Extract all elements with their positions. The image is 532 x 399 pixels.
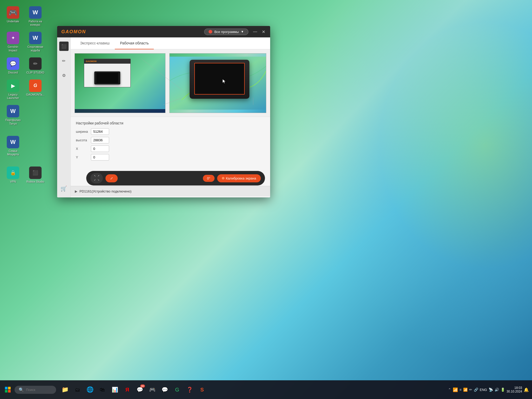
edge-icon: 🌐 — [87, 386, 94, 393]
gaomon-label: GAOMONTa... — [26, 93, 45, 96]
tablet-visualization — [190, 60, 249, 99]
app8-icon: 💬 — [162, 387, 168, 393]
calibrate-button[interactable]: Калибровка экрана — [217, 174, 261, 182]
width-row: ширина — [76, 128, 123, 135]
bottom-toolbar: ↖ ↗ ↙ ↘ ⤢ 0° К — [86, 171, 265, 185]
width-label: ширина — [76, 130, 89, 134]
app9-icon: G — [175, 387, 179, 393]
word2-label: Спортивная ходьба — [26, 45, 45, 52]
center-reset-button[interactable]: ⤢ — [105, 174, 118, 182]
pen-tablet-icon[interactable]: ✏ — [469, 388, 472, 392]
word2-icon: W — [29, 32, 42, 44]
arrow-up-right-icon[interactable]: ↗ — [97, 175, 100, 178]
arrow-down-right-icon[interactable]: ↘ — [97, 178, 100, 182]
sidebar-item-cart[interactable]: 🛒 — [59, 184, 69, 193]
files-icon: 🗂 — [75, 387, 80, 393]
height-input[interactable] — [91, 137, 109, 143]
word1-label: Работа на конкурс — [26, 20, 45, 26]
speaker-icon: 🔊 — [495, 388, 499, 392]
desktop-icon-gaomon[interactable]: G GAOMONTa... — [25, 78, 46, 101]
y-input[interactable] — [91, 154, 109, 161]
program-selector[interactable]: Все программы ▼ — [204, 29, 248, 35]
search-input[interactable] — [26, 388, 52, 392]
taskbar: 🔍 📁 🗂 🌐 🛍 📊 Я 💬 — [0, 380, 532, 399]
height-label: высота — [76, 138, 89, 142]
rotate-button[interactable]: 0° — [203, 175, 214, 182]
portfolio-icon: W — [7, 105, 19, 117]
content-area: GAOMON — [71, 49, 270, 196]
minimize-button[interactable]: — — [252, 29, 258, 34]
notification-bell-icon[interactable]: 🔔 — [524, 387, 529, 392]
gear-icon: ⚙ — [62, 73, 66, 78]
y-label: Y — [76, 155, 89, 159]
word1-icon: W — [29, 6, 42, 19]
chevron-up-icon[interactable]: ⌃ — [448, 388, 451, 392]
window-body: ⬛ ✏ ⚙ 🛒 Экспресс-кл — [57, 37, 270, 197]
chevron-down-icon: ▼ — [241, 30, 244, 34]
calibrate-label: Калибровка экрана — [226, 176, 256, 180]
app7-icon: 🎮 — [149, 387, 156, 393]
window-titlebar: GAOMON Все программы ▼ — ✕ — [57, 26, 270, 37]
windows-logo-icon — [5, 387, 11, 393]
close-button[interactable]: ✕ — [261, 29, 266, 34]
desktop-icon-clipstudio[interactable]: ✏ CLIP STUDIO — [25, 56, 46, 75]
calibrate-dot — [222, 177, 224, 179]
roblox-label: Roblox Studio — [26, 180, 44, 183]
start-button[interactable] — [3, 385, 12, 394]
legacy-label: Legacy Launcher — [4, 93, 22, 100]
taskbar-app9[interactable]: G — [171, 384, 183, 395]
taskbar-explorer[interactable]: 📁 — [59, 384, 71, 395]
family-icon: W — [7, 136, 19, 148]
language-label: ENG — [480, 388, 487, 392]
taskbar-files[interactable]: 🗂 — [72, 384, 83, 395]
desktop-icon-discord[interactable]: 💬 Discord — [3, 56, 23, 75]
desktop-icon-word1[interactable]: W Работа на конкурс — [25, 5, 46, 28]
search-icon: 🔍 — [19, 387, 24, 392]
taskbar-app8[interactable]: 💬 — [159, 384, 170, 395]
genshin-label: Genshin Impact — [4, 45, 22, 52]
desktop-icon-roblox[interactable]: ⬛ Roblox Studio — [25, 165, 46, 184]
desktop-icon-word2[interactable]: W Спортивная ходьба — [25, 31, 46, 53]
undertale-icon: 🎮 — [7, 6, 19, 19]
roblox-icon: ⬛ — [29, 167, 42, 179]
desktop-icon-undertale[interactable]: 🎮 Undertale — [3, 5, 23, 28]
notification-badge: 90 — [140, 384, 145, 388]
monitor-preview-left: GAOMON — [75, 53, 165, 113]
desktop-icon-legacy[interactable]: ▶ Legacy Launcher — [3, 78, 23, 101]
arrow-up-left-icon[interactable]: ↖ — [94, 175, 96, 178]
yandex-icon: Я — [125, 387, 129, 393]
taskbar-search[interactable]: 🔍 — [15, 386, 56, 394]
window-title: GAOMON — [61, 29, 204, 35]
tab-hotkeys[interactable]: Экспресс-клавиш — [75, 37, 115, 49]
taskbar-mail[interactable]: 📊 — [109, 384, 121, 395]
taskbar-app7[interactable]: 🎮 — [147, 384, 158, 395]
sidebar-item-tablet[interactable]: ⬛ — [59, 42, 69, 51]
taskbar-app11[interactable]: S — [196, 384, 208, 395]
undertale-label: Undertale — [7, 20, 19, 23]
device-status: PD1161(Устройство подключено) — [79, 189, 131, 193]
arrow-down-left-icon[interactable]: ↙ — [94, 178, 96, 182]
family-label: Семья Моцарта — [4, 149, 22, 156]
sidebar-item-settings[interactable]: ⚙ — [59, 71, 69, 80]
taskbar-yandex[interactable]: Я — [122, 384, 133, 395]
pen-icon: ✏ — [62, 58, 65, 63]
app10-icon: ❓ — [187, 387, 193, 393]
taskbar-app-badge[interactable]: 💬 90 — [134, 384, 145, 395]
width-input[interactable] — [91, 128, 109, 135]
desktop-icon-genshin[interactable]: ✦ Genshin Impact — [3, 31, 23, 53]
x-input[interactable] — [91, 145, 109, 152]
taskbar-store[interactable]: 🛍 — [97, 384, 108, 395]
tab-work-area[interactable]: Рабочая область — [115, 37, 154, 49]
desktop-icons-area: 🎮 Undertale W Работа на конкурс ✦ Genshi… — [0, 0, 51, 378]
sidebar: ⬛ ✏ ⚙ 🛒 — [57, 37, 71, 197]
cursor-icon — [222, 79, 226, 84]
sidebar-item-pen[interactable]: ✏ — [59, 56, 69, 65]
desktop-icon-portfolio[interactable]: W Портфолио Титул — [3, 104, 23, 126]
status-arrow-icon: ▶ — [75, 189, 77, 193]
taskbar-app10[interactable]: ❓ — [184, 384, 195, 395]
tablet-icon: ⬛ — [61, 44, 66, 49]
desktop-icon-vpn[interactable]: 🔒 VPN — [3, 165, 23, 184]
taskbar-edge[interactable]: 🌐 — [84, 384, 96, 395]
desktop-icon-family[interactable]: W Семья Моцарта — [3, 135, 23, 157]
clipstudio-icon: ✏ — [29, 57, 42, 70]
